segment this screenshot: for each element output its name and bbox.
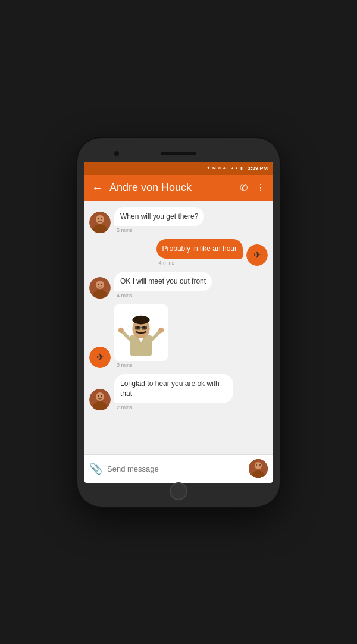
message-bubble: Probably in like an hour [156,239,243,259]
svg-line-26 [152,331,160,340]
avatar [89,389,111,410]
message-timestamp: 4 mins [156,260,243,266]
bluetooth-icon: ✦ [206,165,211,171]
phone-screen: ✦ N ✕ 4G ▲▲ ▮ 3:39 PM ← Andre von Houck … [84,162,273,483]
battery-icon: ▮ [240,166,243,171]
svg-line-24 [122,331,130,340]
table-row: OK I will meet you out front 4 mins [89,272,268,299]
nfc-icon: N [212,165,216,171]
status-time: 3:39 PM [248,165,268,171]
svg-point-18 [132,316,149,325]
table-row: ✈ [89,304,268,368]
chat-area: When will you get there? 5 mins ✈ Prob [84,201,273,454]
svg-point-11 [98,284,99,285]
mute-icon: ✕ [218,166,221,171]
status-icons: ✦ N ✕ 4G ▲▲ ▮ [206,165,243,171]
svg-point-34 [255,462,262,469]
svg-point-37 [259,464,261,466]
sticker-image [114,304,168,361]
message-text: Lol glad to hear you are ok with that [120,379,220,398]
message-input[interactable] [107,464,244,473]
message-bubble-wrap: Lol glad to hear you are ok with that 2 … [114,374,233,411]
call-button[interactable]: ✆ [240,182,248,193]
svg-text:✈: ✈ [96,352,104,362]
sender-avatar-svg: ✈ [246,244,268,266]
attach-button[interactable]: 📎 [89,462,102,475]
toolbar: ← Andre von Houck ✆ ⋮ [84,175,273,201]
status-bar: ✦ N ✕ 4G ▲▲ ▮ 3:39 PM [84,162,273,175]
message-bubble: OK I will meet you out front [114,272,212,291]
svg-rect-21 [135,326,140,329]
message-timestamp: 2 mins [114,404,233,410]
svg-point-32 [101,395,102,397]
svg-point-25 [118,328,124,333]
svg-point-3 [96,215,104,224]
home-button[interactable] [170,482,187,500]
message-timestamp: 3 mins [114,362,168,368]
avatar [89,277,111,299]
signal-icon: ▲▲ [230,166,239,170]
avatar: ✈ [246,244,268,266]
message-bubble-wrap: When will you get there? 5 mins [114,207,204,234]
svg-text:✈: ✈ [253,250,261,260]
sender-avatar-svg: ✈ [89,347,111,368]
phone-top-bar [84,145,273,162]
table-row: Lol glad to hear you are ok with that 2 … [89,374,268,411]
table-row: When will you get there? 5 mins [89,207,268,234]
input-bar: 📎 [84,454,273,483]
message-bubble-wrap: OK I will meet you out front 4 mins [114,272,212,299]
speaker [161,152,196,155]
message-bubble: When will you get there? [114,207,204,227]
message-timestamp: 5 mins [114,227,204,233]
svg-point-29 [96,392,104,401]
input-avatar-svg [249,459,268,478]
svg-point-5 [101,218,102,219]
contact-avatar-svg [89,389,111,410]
svg-point-27 [158,328,164,333]
svg-point-12 [101,284,102,285]
avatar [89,212,111,233]
svg-rect-22 [142,326,147,329]
message-text: OK I will meet you out front [120,277,206,285]
message-bubble-wrap: Probably in like an hour 4 mins [156,239,243,266]
toolbar-icons: ✆ ⋮ [240,182,265,193]
message-text: Probably in like an hour [162,244,237,253]
menu-button[interactable]: ⋮ [256,182,265,193]
phone-bottom [84,483,273,500]
contact-avatar-svg [89,277,111,299]
message-timestamp: 4 mins [114,293,212,299]
input-avatar [249,459,268,478]
contact-avatar-svg [89,212,111,233]
front-camera [114,151,119,156]
svg-point-36 [256,464,257,466]
message-text: When will you get there? [120,212,198,221]
table-row: ✈ Probably in like an hour 4 mins [89,239,268,266]
svg-point-4 [98,218,99,219]
contact-name: Andre von Houck [109,181,234,194]
phone-frame: ✦ N ✕ 4G ▲▲ ▮ 3:39 PM ← Andre von Houck … [77,138,280,507]
back-button[interactable]: ← [92,181,104,194]
sticker-bubble-wrap: 3 mins [114,304,168,368]
avatar: ✈ [89,347,111,368]
4g-icon: 4G [223,166,228,170]
svg-point-9 [96,281,104,289]
message-bubble: Lol glad to hear you are ok with that [114,374,233,404]
svg-point-31 [98,395,99,397]
